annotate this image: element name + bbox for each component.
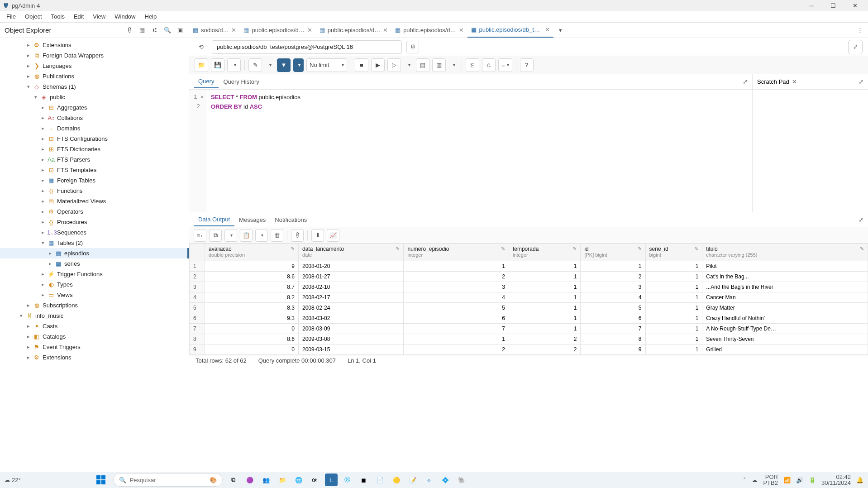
- tree-node[interactable]: ▾▦Tables (2): [0, 238, 189, 248]
- cell[interactable]: Seven Thirty-Seven: [702, 334, 868, 344]
- cell[interactable]: Gray Matter: [702, 303, 868, 313]
- app-l-icon[interactable]: L: [325, 474, 338, 486]
- workspace-tab[interactable]: ▦public.episodios/db_teste/postgres@Post…: [467, 23, 553, 38]
- column-header[interactable]: ✎numero_episodiointeger: [404, 244, 509, 261]
- edit-column-icon[interactable]: ✎: [638, 246, 642, 252]
- chevron-icon[interactable]: ▸: [40, 157, 46, 163]
- cell[interactable]: 2008-01-20: [299, 261, 404, 272]
- sql-editor[interactable]: 1 ▾ 2 SELECT * FROM public.episodios ORD…: [189, 90, 752, 212]
- cell[interactable]: 2008-02-10: [299, 282, 404, 292]
- workspace-tab[interactable]: ▦sodios/d…✕: [189, 23, 240, 38]
- cell[interactable]: 1: [645, 282, 702, 292]
- edit-column-icon[interactable]: ✎: [396, 246, 400, 252]
- tree-node[interactable]: ▸◍Subscriptions: [0, 300, 189, 311]
- start-button[interactable]: [93, 473, 109, 487]
- cell[interactable]: 0: [205, 324, 299, 334]
- filter-icon[interactable]: ⑆: [149, 24, 161, 36]
- download-button[interactable]: ⬇: [311, 229, 324, 242]
- cell[interactable]: 8.6: [205, 334, 299, 344]
- edit-column-icon[interactable]: ✎: [501, 246, 505, 252]
- connection-status-icon[interactable]: ⟲: [195, 41, 207, 53]
- cell[interactable]: 4: [581, 292, 645, 303]
- chevron-icon[interactable]: ▾: [33, 94, 39, 100]
- tree-node[interactable]: ▸▤Materialized Views: [0, 196, 189, 206]
- tree-node[interactable]: ▾◇Schemas (1): [0, 81, 189, 92]
- cell[interactable]: 8.3: [205, 303, 299, 313]
- chevron-icon[interactable]: ▸: [40, 209, 46, 215]
- cell[interactable]: A No-Rough-Stuff-Type De…: [702, 324, 868, 334]
- tree-node[interactable]: ▸⚙Extensions: [0, 40, 189, 50]
- tab-data-output[interactable]: Data Output: [194, 213, 234, 226]
- chevron-icon[interactable]: ▸: [25, 302, 32, 308]
- cell[interactable]: 7: [581, 324, 645, 334]
- task-view-icon[interactable]: ⧉: [227, 474, 240, 486]
- tree-node[interactable]: ▸◐Types: [0, 279, 189, 290]
- cell[interactable]: 9: [581, 344, 645, 355]
- chevron-icon[interactable]: ▸: [25, 73, 32, 79]
- tab-close-icon[interactable]: ✕: [307, 27, 312, 33]
- explain-more-button[interactable]: [448, 58, 458, 72]
- cell[interactable]: 1: [404, 261, 509, 272]
- cell[interactable]: 1: [581, 261, 645, 272]
- volume-icon[interactable]: 🔊: [796, 477, 803, 483]
- menu-object[interactable]: Object: [20, 11, 47, 22]
- edit-column-icon[interactable]: ✎: [860, 246, 864, 252]
- menu-tools[interactable]: Tools: [47, 11, 69, 22]
- table-row[interactable]: 28.62008-01-272121Cat's in the Bag...: [190, 272, 868, 282]
- cell[interactable]: 1: [509, 282, 581, 292]
- vscode-icon[interactable]: ⟐: [423, 474, 435, 486]
- edit-column-icon[interactable]: ✎: [291, 246, 295, 252]
- explorer-icon[interactable]: 📁: [276, 474, 289, 486]
- cell[interactable]: 8.7: [205, 282, 299, 292]
- tree-node[interactable]: ▸▦Foreign Tables: [0, 175, 189, 186]
- query-tool-icon[interactable]: 🛢: [124, 24, 135, 36]
- menu-file[interactable]: File: [2, 11, 20, 22]
- chevron-icon[interactable]: ▸: [25, 344, 32, 350]
- tree-node[interactable]: ▸⧉Foreign Data Wrappers: [0, 50, 189, 61]
- cell[interactable]: 7: [404, 324, 509, 334]
- menu-view[interactable]: View: [88, 11, 110, 22]
- skype-icon[interactable]: Ⓢ: [341, 474, 354, 486]
- chevron-icon[interactable]: ▾: [18, 313, 24, 319]
- execute-script-button[interactable]: ▷: [387, 58, 401, 72]
- table-row[interactable]: 902009-03-152291Grilled: [190, 344, 868, 355]
- cell[interactable]: ...And the Bag's in the River: [702, 282, 868, 292]
- chevron-icon[interactable]: ▸: [40, 167, 46, 173]
- save-button[interactable]: 💾: [211, 58, 224, 72]
- graph-button[interactable]: 📈: [327, 229, 339, 242]
- cell[interactable]: 4: [404, 292, 509, 303]
- tree-node[interactable]: ▸❯Languages: [0, 61, 189, 71]
- column-header[interactable]: ✎id[PK] bigint: [581, 244, 645, 261]
- cell[interactable]: 3: [404, 282, 509, 292]
- cell[interactable]: 1: [404, 334, 509, 344]
- paste-more-button[interactable]: [255, 229, 268, 242]
- limit-dropdown[interactable]: No limit: [306, 58, 347, 72]
- app-diamond-icon[interactable]: 💠: [439, 474, 452, 486]
- column-header[interactable]: ✎titulocharacter varying (255): [702, 244, 868, 261]
- cell[interactable]: 1: [645, 344, 702, 355]
- tree[interactable]: ▸⚙Extensions▸⧉Foreign Data Wrappers▸❯Lan…: [0, 38, 189, 472]
- tree-node[interactable]: ▸⊡FTS Templates: [0, 165, 189, 175]
- tree-node[interactable]: ▸1..3Sequences: [0, 227, 189, 238]
- tree-node[interactable]: ▸{}Procedures: [0, 217, 189, 227]
- tree-node[interactable]: ▸{}Functions: [0, 186, 189, 196]
- tabs-dropdown-icon[interactable]: ▾: [555, 27, 566, 33]
- cell[interactable]: 8.2: [205, 292, 299, 303]
- chevron-icon[interactable]: ▸: [40, 230, 46, 235]
- intellij-icon[interactable]: ◼: [358, 474, 370, 486]
- chevron-icon[interactable]: ▸: [40, 146, 46, 152]
- system-tray[interactable]: ˄ ☁ PORPTB2 📶 🔊 🔋 02:4230/11/2024 🔔: [743, 474, 863, 486]
- cell[interactable]: 9: [205, 261, 299, 272]
- tab-close-icon[interactable]: ✕: [545, 26, 550, 33]
- cell[interactable]: 2008-01-27: [299, 272, 404, 282]
- tree-node[interactable]: ▸◧Catalogs: [0, 331, 189, 342]
- tree-node[interactable]: ▸A↕Collations: [0, 113, 189, 123]
- tab-close-icon[interactable]: ✕: [459, 27, 464, 33]
- cell[interactable]: 2008-02-24: [299, 303, 404, 313]
- store-icon[interactable]: 🛍: [309, 474, 321, 486]
- minimize-button[interactable]: ─: [801, 0, 822, 11]
- macro-button[interactable]: ≡: [498, 58, 512, 72]
- tree-node[interactable]: ▸◍Publications: [0, 71, 189, 81]
- chevron-icon[interactable]: ▸: [40, 125, 46, 131]
- tree-node[interactable]: ▾◈public: [0, 92, 189, 102]
